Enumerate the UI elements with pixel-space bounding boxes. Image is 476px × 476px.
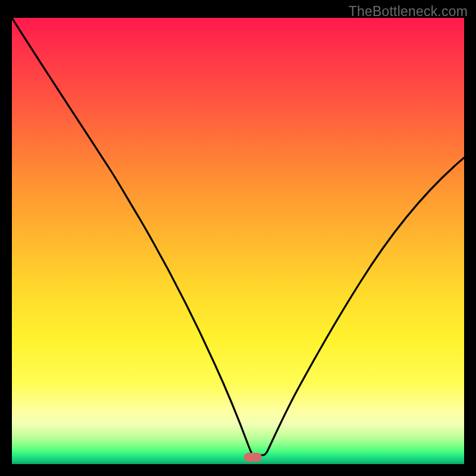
watermark-text: TheBottleneck.com: [349, 4, 468, 20]
chart-frame: TheBottleneck.com: [0, 0, 476, 476]
optimum-marker: [244, 453, 262, 462]
plot-area: [12, 18, 464, 464]
bottleneck-curve: [12, 18, 464, 464]
bottleneck-curve-path: [12, 18, 464, 455]
